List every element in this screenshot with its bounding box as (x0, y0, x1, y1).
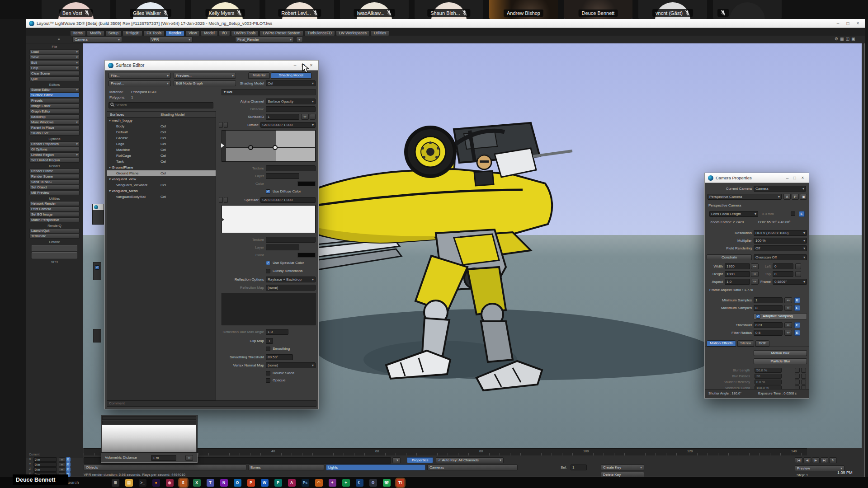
stepper-button[interactable] (795, 263, 801, 269)
use-diffuse-color-checkbox[interactable] (266, 189, 270, 194)
taskbar-app-icon[interactable]: ▤ (125, 479, 133, 487)
blur-value[interactable]: 50.0 % (755, 368, 782, 373)
envelope-button[interactable] (801, 368, 806, 373)
sidebar-item[interactable]: Surface Editor (29, 93, 80, 98)
gradient-marker-icon[interactable] (221, 217, 224, 222)
smoothing-checkbox[interactable] (266, 347, 270, 351)
surface-row[interactable]: Tank Cel (107, 159, 216, 164)
surfaces-column-header[interactable]: Surfaces (107, 112, 158, 117)
fragment-checkbox[interactable] (95, 265, 99, 270)
surface-row[interactable]: vanguardBodyMat Cel (107, 194, 216, 200)
sidebar-item[interactable]: Match Perspective (29, 217, 80, 222)
sidebar-item[interactable]: Scene Editor (29, 87, 80, 92)
sidebar-item[interactable]: Save (29, 55, 80, 60)
plus-button[interactable] (224, 197, 228, 203)
slider-options-button[interactable] (392, 457, 401, 463)
stepper-icon[interactable] (751, 263, 759, 269)
opaque-checkbox[interactable] (266, 378, 270, 383)
camera-tab[interactable]: Motion Effects (707, 340, 736, 347)
stepper-icon[interactable] (784, 305, 792, 311)
search-input[interactable]: Search (108, 102, 213, 108)
camera-tab[interactable]: Stereo (737, 340, 755, 347)
aspect-field[interactable]: 1.0 (725, 279, 750, 285)
stepper-button[interactable] (795, 380, 800, 385)
participant-tile[interactable]: Kelly Myers (191, 0, 259, 19)
participant-tile[interactable]: IwaoAikaw... (340, 0, 409, 19)
field-rendering-dropdown[interactable]: Off (754, 245, 807, 251)
adaptive-sampling-checkbox[interactable] (756, 314, 760, 319)
camera-properties-titlebar[interactable]: Camera Properties – □ × (705, 173, 809, 183)
smoothing-threshold-field[interactable]: 89.53° (266, 354, 293, 360)
tab-shading-model[interactable]: Shading Model (271, 72, 311, 79)
surface-row[interactable]: vanguard_Mesh (107, 188, 216, 194)
camera-view-button[interactable]: ▣ (800, 194, 807, 200)
sidebar-item[interactable]: Render Scene (29, 174, 80, 179)
objects-button[interactable]: Objects (84, 465, 246, 470)
taskbar-app-icon[interactable]: ʘ (369, 479, 377, 487)
taskbar-app-icon[interactable]: X (193, 479, 201, 487)
taskbar-app-icon[interactable]: ● (152, 479, 160, 487)
taskbar-app-icon[interactable]: ☾ (356, 479, 363, 487)
minus-button[interactable] (219, 197, 223, 203)
transport-button[interactable]: ▶ (812, 457, 820, 463)
resolution-dropdown[interactable]: HDTV (868 x 488) (754, 230, 807, 236)
transport-button[interactable]: |◀ (795, 457, 802, 463)
sidebar-item[interactable]: Image Editor (29, 103, 80, 108)
shading-model-column-header[interactable]: Shading Model (158, 112, 184, 117)
surface-editor-titlebar[interactable]: Surface Editor – □ × (105, 61, 318, 70)
envelope-button[interactable]: E (794, 305, 800, 311)
sidebar-item[interactable]: VPR (26, 260, 83, 264)
adaptive-sampling-toggle[interactable]: Adaptive Sampling (754, 313, 807, 319)
width-field[interactable]: 1920 (725, 263, 750, 269)
taskbar-app-icon[interactable]: ✦ (342, 479, 350, 487)
surface-row[interactable]: Machine Cel (107, 147, 216, 153)
reflection-map-field[interactable]: (none) (266, 285, 316, 291)
sidebar-item[interactable]: Quit (29, 76, 80, 81)
constrain-button[interactable]: Constrain (707, 254, 752, 260)
taskbar-app-icon[interactable]: P (274, 479, 282, 487)
stepper-icon[interactable] (751, 271, 759, 277)
stepper-icon[interactable] (301, 114, 309, 120)
envelope-button[interactable]: E (66, 457, 71, 462)
sidebar-item[interactable]: Set BG Image (29, 212, 80, 217)
sidebar-item[interactable]: Presets (29, 98, 80, 103)
vertex-normal-map-dropdown[interactable]: (none) (266, 362, 316, 368)
sidebar-item[interactable]: Edit (29, 60, 80, 65)
taskbar-app-icon[interactable]: W (261, 479, 269, 487)
sidebar-item[interactable]: Studio LIVE (29, 131, 80, 136)
sidebar-item[interactable]: GI Options (29, 147, 80, 152)
stepper-button[interactable] (795, 374, 800, 379)
preview-dropdown[interactable]: Preview... (174, 73, 236, 79)
sidebar-item[interactable]: Clear Scene (29, 71, 80, 76)
minimize-button[interactable]: – (292, 62, 298, 69)
texture-field[interactable] (266, 165, 316, 171)
blur-value[interactable]: 0.0 % (755, 380, 782, 385)
taskbar-app-icon[interactable]: T (207, 479, 214, 487)
surface-row[interactable]: mech_buggy (107, 117, 216, 123)
comment-bar[interactable]: Comment (107, 400, 316, 407)
envelope-button[interactable] (310, 114, 316, 120)
sidebar-item[interactable]: Network Render (29, 201, 80, 206)
sidebar-item[interactable]: RenderQ (26, 224, 83, 228)
participant-tile[interactable]: vncnt (Gäst) (638, 0, 707, 19)
position-value[interactable]: 0 m (33, 467, 57, 472)
overscan-dropdown[interactable]: Overscan Off (754, 254, 807, 260)
file-dropdown[interactable]: File... (108, 73, 171, 79)
position-value[interactable]: 2 m (33, 457, 57, 462)
gradient-marker-icon[interactable] (221, 143, 224, 148)
stepper-button[interactable] (795, 368, 800, 373)
sidebar-item[interactable]: Parent in Place (29, 125, 80, 130)
surface-id-field[interactable]: 1 (266, 114, 299, 120)
lens-dropdown[interactable]: Lens Focal Length (709, 211, 758, 217)
sidebar-item[interactable]: Octane (26, 240, 83, 244)
frame-dropdown[interactable]: 0.5806" (773, 279, 807, 285)
taskbar-app-icon[interactable]: N (220, 479, 228, 487)
top-field[interactable]: 0 (773, 271, 793, 277)
sidebar-item[interactable]: Sel Object (29, 185, 80, 190)
stepper-icon[interactable] (751, 279, 759, 285)
cel-section-header[interactable]: Cel (222, 89, 316, 95)
maximize-button[interactable]: □ (791, 175, 798, 181)
participant-tile[interactable]: Shaun Bish... (415, 0, 483, 19)
sidebar-item[interactable]: Render Frame (29, 169, 80, 174)
taskbar-app-icon[interactable]: ☏ (383, 479, 391, 487)
